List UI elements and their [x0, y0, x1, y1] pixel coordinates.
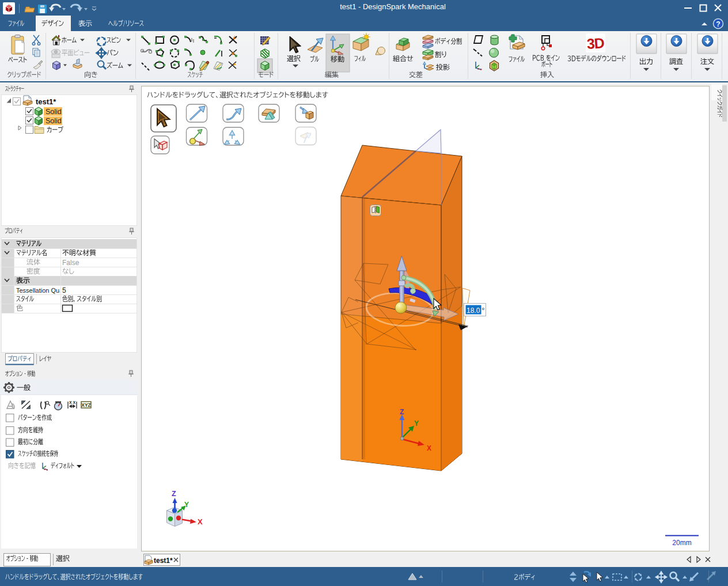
- svg-text:X: X: [427, 444, 431, 452]
- svg-text:XYZ: XYZ: [81, 402, 91, 408]
- svg-text:5: 5: [62, 286, 66, 294]
- svg-text:X X: X X: [69, 400, 76, 404]
- svg-text:18.0: 18.0: [467, 307, 480, 315]
- svg-text:3D: 3D: [586, 35, 605, 52]
- svg-text:°: °: [482, 307, 485, 315]
- svg-text:False: False: [62, 259, 79, 267]
- svg-text:Solid: Solid: [46, 108, 62, 116]
- svg-text:Y: Y: [414, 419, 419, 428]
- svg-text:Solid: Solid: [46, 117, 62, 125]
- svg-text:20mm: 20mm: [672, 539, 691, 547]
- svg-text:X: X: [198, 517, 203, 526]
- svg-text:Y: Y: [184, 501, 189, 509]
- svg-text:?: ?: [716, 20, 720, 28]
- svg-text:test1*: test1*: [36, 97, 56, 106]
- svg-text:test1*: test1*: [154, 557, 173, 565]
- svg-text:Z: Z: [172, 490, 176, 498]
